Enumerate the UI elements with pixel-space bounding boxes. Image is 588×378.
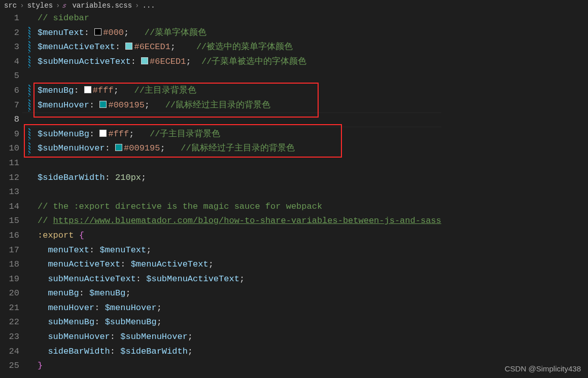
value-var: $subMenuActiveText: [146, 274, 239, 284]
diff-marker: [28, 56, 30, 68]
watermark: CSDN @Simplicity438: [505, 364, 581, 373]
color-swatch-icon[interactable]: [99, 101, 107, 108]
line-number[interactable]: 9: [0, 127, 22, 142]
diff-marker: [28, 27, 30, 39]
chevron-right-icon: ›: [56, 2, 60, 10]
property: sideBarWidth: [48, 347, 110, 356]
color-value: #009195: [108, 100, 144, 110]
line-number[interactable]: 24: [0, 345, 22, 359]
property: menuHover: [48, 303, 94, 313]
breadcrumb-tail[interactable]: ...: [142, 2, 155, 10]
comment: // the :export directive is the magic sa…: [38, 202, 322, 211]
color-swatch-icon[interactable]: [125, 43, 132, 50]
comment: //: [38, 216, 53, 225]
line-number[interactable]: 20: [0, 286, 22, 301]
line-number[interactable]: 22: [0, 315, 22, 330]
comment: //主目录背景色: [134, 86, 196, 95]
diff-marker: [28, 85, 30, 97]
diff-marker: [28, 41, 30, 53]
breadcrumb[interactable]: src › styles › S variables.scss › ...: [0, 0, 588, 11]
property: subMenuHover: [48, 332, 110, 342]
value-var: $menuActiveText: [131, 259, 209, 269]
color-value: #6ECED1: [134, 42, 170, 52]
comment: //子主目录背景色: [150, 129, 220, 139]
line-number[interactable]: 5: [0, 69, 22, 84]
color-value: #fff: [93, 86, 114, 95]
color-swatch-icon[interactable]: [99, 130, 107, 137]
svg-text:S: S: [62, 4, 67, 10]
value-var: $menuHover: [105, 303, 157, 313]
line-number[interactable]: 14: [0, 200, 22, 214]
color-swatch-icon[interactable]: [141, 57, 148, 64]
property: menuBg: [48, 288, 79, 298]
property: menuText: [48, 245, 89, 255]
value-var: $menuText: [99, 245, 146, 255]
line-number[interactable]: 6: [0, 84, 22, 98]
line-number[interactable]: 17: [0, 243, 22, 258]
line-number[interactable]: 18: [0, 257, 22, 272]
property: subMenuBg: [48, 317, 94, 327]
value-var: $subMenuHover: [120, 332, 188, 342]
line-number[interactable]: 12: [0, 171, 22, 185]
code-editor[interactable]: 1234567891011121314151617181920212223242…: [0, 11, 588, 373]
selector: :export: [38, 231, 74, 240]
code-area[interactable]: // sidebar $menuText: #000; //菜单字体颜色 $me…: [22, 11, 441, 373]
value-var: $sideBarWidth: [120, 347, 188, 356]
sass-file-icon: S: [62, 3, 70, 9]
color-swatch-icon[interactable]: [94, 28, 101, 35]
color-value: #009195: [124, 143, 160, 153]
comment: //鼠标经过主目录的背景色: [165, 100, 270, 110]
line-number[interactable]: 15: [0, 214, 22, 229]
breadcrumb-file[interactable]: variables.scss: [72, 2, 132, 10]
property: menuActiveText: [48, 259, 120, 269]
value-var: $menuBg: [89, 288, 125, 298]
color-swatch-icon[interactable]: [115, 144, 122, 151]
comment: //被选中的菜单字体颜色: [196, 42, 293, 52]
line-number[interactable]: 4: [0, 55, 22, 69]
line-number[interactable]: 21: [0, 301, 22, 316]
variable: $menuActiveText: [38, 42, 115, 52]
breadcrumb-folder[interactable]: src: [4, 2, 17, 10]
diff-marker: [28, 99, 30, 111]
diff-marker: [28, 142, 30, 155]
brace: }: [38, 361, 43, 370]
chevron-right-icon: ›: [135, 2, 139, 10]
line-number[interactable]: 11: [0, 156, 22, 171]
breadcrumb-folder[interactable]: styles: [27, 2, 53, 10]
variable: $subMenuActiveText: [38, 57, 131, 66]
color-value: #000: [103, 28, 124, 37]
line-number[interactable]: 1: [0, 11, 22, 26]
line-number-gutter[interactable]: 1234567891011121314151617181920212223242…: [0, 11, 22, 373]
link-in-comment[interactable]: https://www.bluematador.com/blog/how-to-…: [53, 216, 441, 225]
comment: // sidebar: [38, 13, 89, 23]
variable: $menuBg: [38, 86, 74, 95]
line-number[interactable]: 7: [0, 98, 22, 113]
line-number[interactable]: 16: [0, 229, 22, 243]
diff-marker: [28, 128, 30, 140]
variable: $subMenuBg: [38, 129, 89, 139]
line-number[interactable]: 3: [0, 40, 22, 55]
value-var: $subMenuBg: [105, 317, 157, 327]
brace: {: [79, 231, 84, 240]
line-number[interactable]: 10: [0, 141, 22, 156]
comment: //子菜单被选中的字体颜色: [201, 57, 306, 66]
line-number[interactable]: 25: [0, 359, 22, 373]
color-swatch-icon[interactable]: [84, 86, 91, 93]
color-value: #6ECED1: [150, 57, 186, 66]
comment: //菜单字体颜色: [145, 28, 206, 37]
variable: $sideBarWidth: [38, 173, 105, 182]
number-value: 210px: [115, 173, 141, 182]
variable: $subMenuHover: [38, 143, 105, 153]
variable: $menuText: [38, 28, 84, 37]
line-number[interactable]: 19: [0, 272, 22, 287]
line-number[interactable]: 8: [0, 112, 22, 127]
line-number[interactable]: 13: [0, 185, 22, 200]
color-value: #fff: [108, 129, 129, 139]
property: subMenuActiveText: [48, 274, 135, 284]
variable: $menuHover: [38, 100, 89, 110]
line-number[interactable]: 23: [0, 330, 22, 345]
comment: //鼠标经过子主目录的背景色: [181, 143, 294, 153]
chevron-right-icon: ›: [20, 2, 24, 10]
line-number[interactable]: 2: [0, 26, 22, 41]
